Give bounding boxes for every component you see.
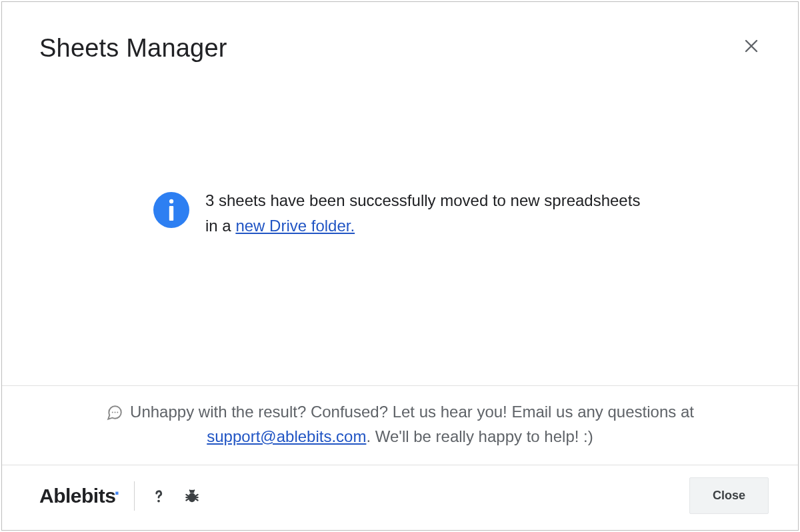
- chat-icon: [106, 403, 123, 421]
- svg-point-3: [115, 412, 116, 413]
- brand-logo: Ablebits.: [39, 485, 119, 507]
- dialog-header: Sheets Manager: [2, 2, 798, 63]
- bug-icon[interactable]: [183, 487, 201, 505]
- dialog: Sheets Manager 3 sheets have been succes…: [1, 1, 799, 531]
- close-icon[interactable]: [742, 37, 761, 55]
- message-row: 3 sheets have been successfully moved to…: [153, 188, 647, 239]
- close-button[interactable]: Close: [689, 477, 769, 514]
- footer: Ablebits. Close: [2, 465, 798, 530]
- dialog-title: Sheets Manager: [39, 34, 227, 63]
- svg-rect-1: [169, 206, 173, 221]
- feedback-suffix: . We'll be really happy to help! :): [366, 427, 593, 445]
- brand-dot: .: [114, 478, 119, 498]
- svg-point-5: [157, 499, 160, 502]
- svg-point-4: [117, 412, 118, 413]
- brand-text: Ablebits: [39, 485, 115, 507]
- footer-left: Ablebits.: [39, 481, 201, 511]
- support-email-link[interactable]: support@ablebits.com: [207, 427, 366, 445]
- divider: [134, 481, 135, 511]
- dialog-body: 3 sheets have been successfully moved to…: [2, 63, 798, 385]
- svg-point-6: [189, 493, 196, 502]
- help-icon[interactable]: [149, 487, 168, 505]
- status-message: 3 sheets have been successfully moved to…: [205, 188, 647, 239]
- feedback-text: Unhappy with the result? Confused? Let u…: [100, 399, 700, 449]
- svg-point-2: [112, 412, 113, 413]
- feedback-prefix: Unhappy with the result? Confused? Let u…: [130, 403, 694, 421]
- feedback-block: Unhappy with the result? Confused? Let u…: [2, 385, 798, 465]
- svg-point-0: [169, 199, 173, 203]
- info-icon: [153, 192, 189, 228]
- new-drive-folder-link[interactable]: new Drive folder.: [235, 217, 355, 235]
